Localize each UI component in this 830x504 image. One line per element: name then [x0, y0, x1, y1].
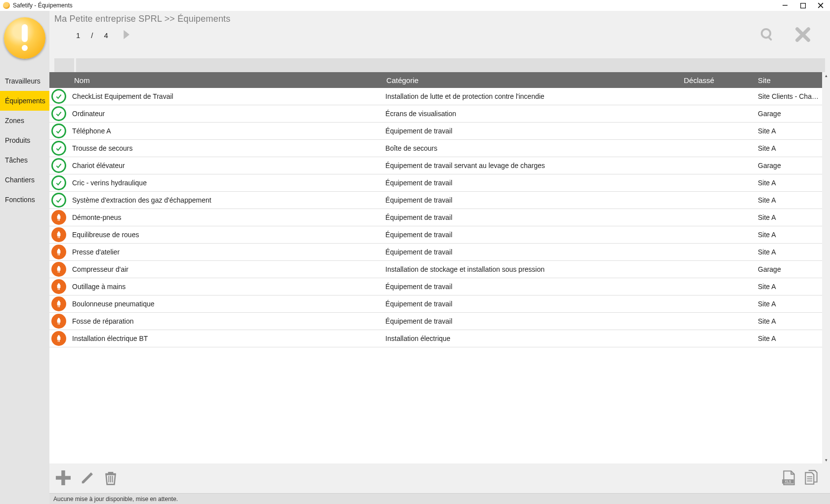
cell-name: Fosse de réparation: [70, 317, 385, 325]
svg-rect-5: [56, 476, 71, 480]
svg-rect-1: [800, 3, 805, 8]
table-row[interactable]: Téléphone AÉquipement de travailSite A: [49, 123, 822, 140]
cell-site: Garage: [758, 110, 822, 118]
clear-button[interactable]: [794, 26, 811, 44]
cell-name: Outillage à mains: [70, 283, 385, 291]
cell-name: Téléphone A: [70, 127, 385, 135]
sidebar-item-4[interactable]: Tâches: [0, 150, 49, 170]
table-row[interactable]: Outillage à mainsÉquipement de travailSi…: [49, 278, 822, 295]
table-row[interactable]: Presse d'atelierÉquipement de travailSit…: [49, 244, 822, 261]
status-warn-icon: [51, 245, 66, 259]
sidebar-item-label: Travailleurs: [5, 77, 41, 85]
scroll-up-icon[interactable]: ▴: [825, 72, 828, 79]
cell-category: Équipement de travail: [385, 317, 684, 325]
table-row[interactable]: Installation électrique BTInstallation é…: [49, 330, 822, 347]
cell-site: Site A: [758, 127, 822, 135]
close-button[interactable]: [815, 1, 826, 10]
pager-next-button[interactable]: [119, 28, 133, 43]
status-warn-icon: [51, 331, 66, 346]
cell-name: Trousse de secours: [70, 144, 385, 152]
status-warn-icon: [51, 210, 66, 225]
cell-site: Site A: [758, 144, 822, 152]
cell-category: Équipement de travail: [385, 283, 684, 291]
table-row[interactable]: Boulonneuse pneumatiqueÉquipement de tra…: [49, 295, 822, 313]
cell-name: CheckList Equipement de Travail: [70, 92, 385, 100]
cell-name: Installation électrique BT: [70, 335, 385, 342]
status-ok-icon: [51, 89, 66, 104]
scroll-down-icon[interactable]: ▾: [825, 457, 828, 463]
table-row[interactable]: Equilibreuse de rouesÉquipement de trava…: [49, 226, 822, 244]
bottom-toolbar: XLS: [49, 463, 830, 493]
cell-category: Équipement de travail: [385, 300, 684, 308]
table-row[interactable]: Fosse de réparationÉquipement de travail…: [49, 313, 822, 330]
table-row[interactable]: Démonte-pneusÉquipement de travailSite A: [49, 209, 822, 226]
sidebar-item-1[interactable]: Équipements: [0, 91, 49, 111]
status-warn-icon: [51, 262, 66, 277]
search-button[interactable]: [760, 27, 775, 43]
cell-name: Presse d'atelier: [70, 248, 385, 256]
table-row[interactable]: Chariot élévateurÉquipement de travail s…: [49, 157, 822, 174]
sidebar-item-0[interactable]: Travailleurs: [0, 71, 49, 91]
column-header-name[interactable]: Nom: [70, 76, 386, 84]
sidebar-item-label: Chantiers: [5, 176, 35, 184]
table-row[interactable]: CheckList Equipement de TravailInstallat…: [49, 88, 822, 105]
cell-category: Installation de lutte et de protection c…: [385, 92, 684, 100]
add-button[interactable]: [54, 469, 72, 488]
statusbar: Aucune mise à jour disponible, mise en a…: [49, 493, 830, 504]
table-row[interactable]: Cric - verins hydrauliqueÉquipement de t…: [49, 174, 822, 192]
sidebar-item-label: Tâches: [5, 156, 28, 164]
pager: 1 / 4: [76, 28, 133, 43]
equipment-table: Nom Catégorie Déclassé Site CheckList Eq…: [49, 72, 822, 463]
export-xls-button[interactable]: XLS: [781, 469, 797, 488]
cell-category: Installation électrique: [385, 335, 684, 342]
duplicate-button[interactable]: [803, 469, 820, 488]
cell-site: Site A: [758, 231, 822, 239]
cell-name: Equilibreuse de roues: [70, 231, 385, 239]
cell-category: Équipement de travail: [385, 213, 684, 221]
app-logo-icon: [4, 17, 45, 59]
column-header-category[interactable]: Catégorie: [386, 76, 684, 84]
svg-rect-8: [112, 476, 113, 482]
cell-site: Site A: [758, 283, 822, 291]
cell-name: Système d'extraction des gaz d'échappeme…: [70, 196, 385, 204]
cell-site: Site A: [758, 335, 822, 342]
status-ok-icon: [51, 175, 66, 190]
table-row[interactable]: Système d'extraction des gaz d'échappeme…: [49, 192, 822, 209]
status-ok-icon: [51, 158, 66, 173]
status-ok-icon: [51, 106, 66, 121]
pager-total: 4: [104, 31, 108, 40]
table-row[interactable]: Compresseur d'airInstallation de stockag…: [49, 261, 822, 278]
column-header-declassified[interactable]: Déclassé: [684, 76, 758, 84]
cell-name: Boulonneuse pneumatique: [70, 300, 385, 308]
pager-separator: /: [91, 31, 93, 40]
vertical-scrollbar[interactable]: ▴ ▾: [822, 72, 830, 463]
cell-site: Garage: [758, 162, 822, 169]
minimize-button[interactable]: [780, 1, 790, 10]
table-row[interactable]: Trousse de secoursBoîte de secoursSite A: [49, 140, 822, 157]
cell-category: Équipement de travail: [385, 248, 684, 256]
cell-site: Site A: [758, 317, 822, 325]
sidebar-item-label: Équipements: [5, 97, 45, 105]
delete-button[interactable]: [103, 470, 119, 487]
sidebar-item-label: Zones: [5, 117, 24, 125]
cell-name: Cric - verins hydraulique: [70, 179, 385, 187]
sidebar-item-6[interactable]: Fonctions: [0, 190, 49, 210]
sidebar-item-5[interactable]: Chantiers: [0, 170, 49, 190]
status-warn-icon: [51, 314, 66, 329]
cell-category: Écrans de visualisation: [385, 110, 684, 118]
cell-category: Équipement de travail servant au levage …: [385, 162, 684, 169]
cell-site: Site A: [758, 196, 822, 204]
maximize-button[interactable]: [797, 1, 808, 10]
status-warn-icon: [51, 227, 66, 242]
sidebar-item-3[interactable]: Produits: [0, 130, 49, 150]
edit-button[interactable]: [80, 470, 95, 487]
sidebar-item-2[interactable]: Zones: [0, 111, 49, 130]
cell-site: Site A: [758, 213, 822, 221]
sidebar-item-label: Fonctions: [5, 196, 35, 204]
cell-category: Équipement de travail: [385, 179, 684, 187]
table-row[interactable]: OrdinateurÉcrans de visualisationGarage: [49, 105, 822, 123]
cell-name: Démonte-pneus: [70, 213, 385, 221]
column-header-site[interactable]: Site: [758, 76, 822, 84]
cell-name: Chariot élévateur: [70, 162, 385, 169]
status-warn-icon: [51, 279, 66, 294]
